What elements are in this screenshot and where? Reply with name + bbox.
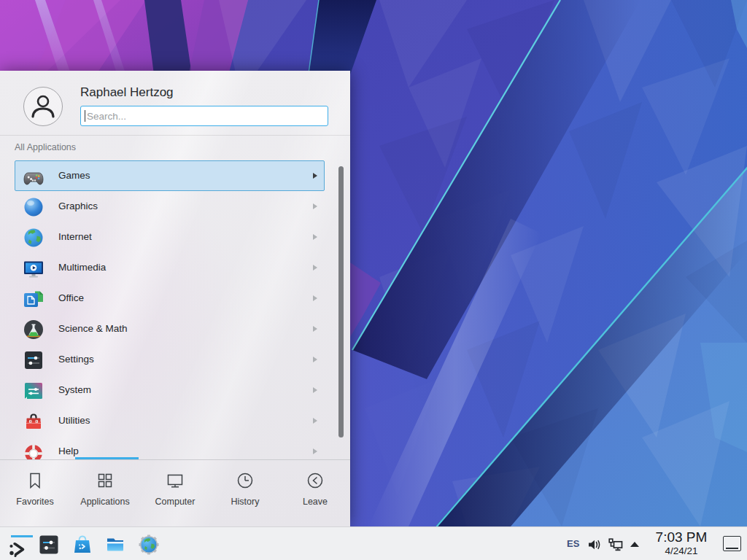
search-field[interactable] bbox=[80, 106, 328, 126]
submenu-arrow-icon bbox=[313, 326, 317, 332]
network-icon[interactable] bbox=[607, 537, 624, 554]
volume-icon[interactable] bbox=[587, 537, 603, 553]
submenu-arrow-icon bbox=[313, 357, 317, 362]
taskbar-web-browser-button[interactable] bbox=[136, 532, 161, 557]
category-label: Settings bbox=[58, 354, 94, 365]
category-label: Help bbox=[58, 446, 79, 456]
monitor-play-icon bbox=[22, 257, 45, 280]
discover-icon bbox=[71, 534, 93, 556]
user-icon bbox=[24, 88, 62, 125]
category-graphics[interactable]: Graphics bbox=[15, 191, 325, 222]
section-label: All Applications bbox=[15, 142, 76, 152]
category-label: Games bbox=[58, 170, 90, 181]
submenu-arrow-icon bbox=[313, 203, 317, 209]
tab-leave[interactable]: Leave bbox=[280, 460, 350, 527]
tab-label: Computer bbox=[140, 497, 210, 507]
system-sliders-icon bbox=[22, 379, 45, 402]
category-label: Internet bbox=[58, 231, 92, 242]
clock-icon bbox=[235, 470, 255, 491]
clock-time: 7:03 PM bbox=[646, 529, 716, 545]
computer-icon bbox=[165, 470, 185, 491]
digital-clock[interactable]: 7:03 PM 4/24/21 bbox=[646, 529, 716, 557]
search-input[interactable] bbox=[85, 107, 322, 125]
user-avatar[interactable] bbox=[23, 87, 63, 126]
category-games[interactable]: Games bbox=[15, 160, 325, 191]
taskbar-system-settings-button[interactable] bbox=[36, 532, 61, 557]
grid-icon bbox=[95, 470, 115, 491]
show-desktop-button[interactable] bbox=[723, 536, 741, 551]
system-settings-icon bbox=[38, 534, 60, 556]
category-label: Multimedia bbox=[58, 262, 106, 273]
category-utilities[interactable]: Utilities bbox=[15, 405, 325, 436]
toolbox-icon bbox=[22, 410, 45, 433]
tab-applications[interactable]: Applications bbox=[70, 460, 140, 527]
user-name: Raphael Hertzog bbox=[80, 85, 174, 100]
submenu-arrow-icon bbox=[313, 387, 317, 393]
submenu-arrow-icon bbox=[313, 295, 317, 301]
sliders-icon bbox=[22, 349, 45, 372]
lifebuoy-icon bbox=[22, 440, 45, 459]
clock-date: 4/24/21 bbox=[646, 545, 716, 557]
tab-label: Leave bbox=[280, 497, 350, 507]
category-system[interactable]: System bbox=[15, 375, 325, 405]
scrollbar-handle[interactable] bbox=[338, 166, 344, 438]
tab-history[interactable]: History bbox=[210, 460, 280, 527]
category-settings[interactable]: Settings bbox=[15, 344, 325, 375]
text-caret bbox=[85, 110, 85, 122]
submenu-arrow-icon bbox=[313, 265, 317, 271]
taskbar-launcher-button[interactable] bbox=[4, 532, 29, 557]
category-label: Graphics bbox=[58, 201, 98, 211]
folder-icon bbox=[104, 534, 126, 556]
category-internet[interactable]: Internet bbox=[15, 222, 325, 252]
leave-circle-icon bbox=[305, 470, 325, 491]
globe-icon bbox=[22, 226, 45, 249]
submenu-arrow-icon bbox=[313, 173, 317, 179]
submenu-arrow-icon bbox=[313, 234, 317, 240]
taskbar-discover-button[interactable] bbox=[70, 532, 95, 557]
tab-computer[interactable]: Computer bbox=[140, 460, 210, 527]
bookmark-icon bbox=[25, 470, 45, 491]
expand-tray-caret-icon[interactable] bbox=[629, 540, 640, 548]
desktop: Raphael Hertzog All Applications bbox=[0, 0, 747, 560]
category-label: Science & Math bbox=[58, 323, 128, 334]
active-tab-indicator bbox=[75, 457, 139, 459]
category-label: Office bbox=[58, 292, 84, 303]
launcher-header: Raphael Hertzog bbox=[0, 71, 350, 136]
category-science-math[interactable]: Science & Math bbox=[15, 314, 325, 344]
documents-icon bbox=[22, 287, 45, 311]
tab-label: History bbox=[210, 497, 280, 507]
taskbar-file-manager-button[interactable] bbox=[103, 532, 128, 557]
taskbar: ES 7:03 PM 4/24/21 bbox=[0, 526, 747, 560]
sphere-icon bbox=[22, 195, 45, 219]
category-label: Utilities bbox=[58, 415, 90, 426]
category-office[interactable]: Office bbox=[15, 283, 325, 314]
application-launcher-panel: Raphael Hertzog All Applications bbox=[0, 71, 350, 526]
launcher-tab-bar: Favorites Applications bbox=[0, 459, 350, 527]
submenu-arrow-icon bbox=[313, 448, 317, 454]
category-list: Games Graphics bbox=[0, 160, 350, 459]
tab-favorites[interactable]: Favorites bbox=[0, 460, 70, 527]
category-label: System bbox=[58, 384, 91, 395]
keyboard-layout-indicator[interactable]: ES bbox=[567, 538, 579, 549]
browser-globe-icon bbox=[138, 534, 160, 556]
category-help[interactable]: Help bbox=[15, 436, 325, 459]
gamepad-icon bbox=[22, 165, 45, 188]
active-app-indicator bbox=[11, 535, 33, 537]
tab-label: Applications bbox=[70, 497, 140, 507]
flask-icon bbox=[22, 318, 45, 341]
category-multimedia[interactable]: Multimedia bbox=[15, 252, 325, 283]
kickoff-launcher-icon bbox=[6, 538, 28, 560]
submenu-arrow-icon bbox=[313, 418, 317, 424]
tab-label: Favorites bbox=[0, 497, 70, 507]
